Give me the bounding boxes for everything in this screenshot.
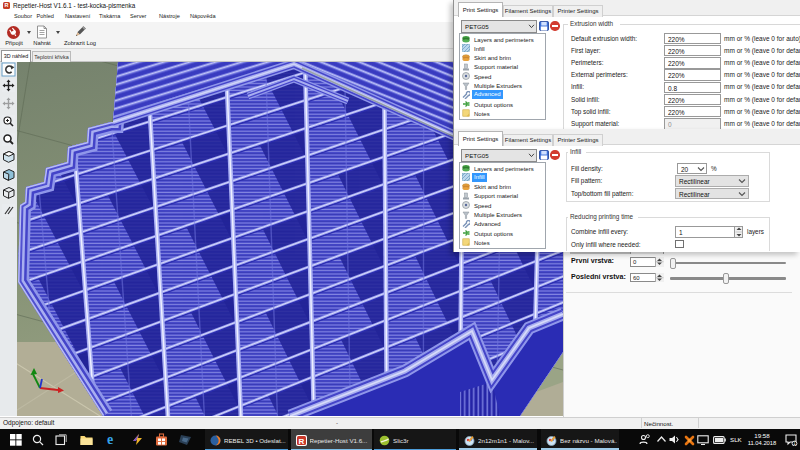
svg-text:R: R: [298, 436, 304, 445]
